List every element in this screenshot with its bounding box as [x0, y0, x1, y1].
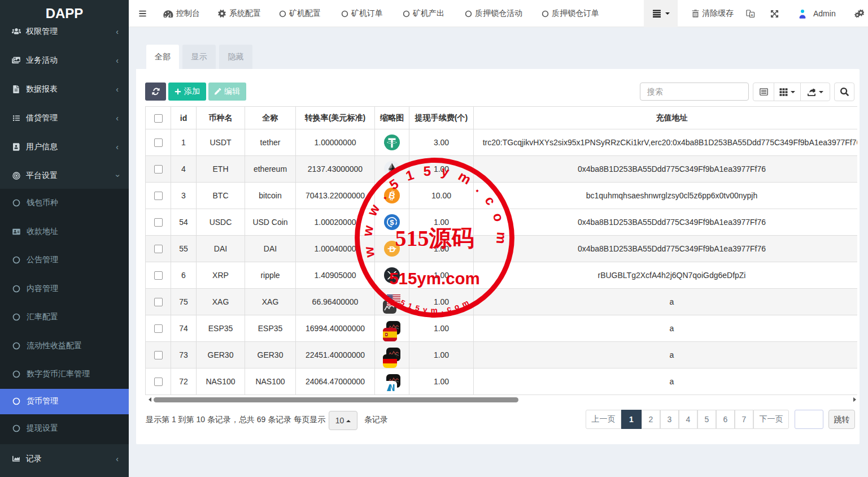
- svg-text:515ym.com: 515ym.com: [389, 269, 480, 288]
- svg-text:A: A: [751, 13, 753, 16]
- svg-text:515源码: 515源码: [395, 226, 474, 251]
